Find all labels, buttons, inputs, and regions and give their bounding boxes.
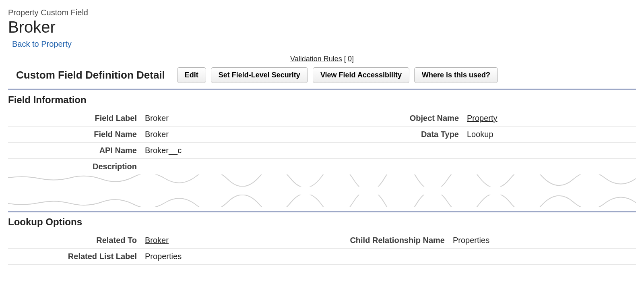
field-information-heading: Field Information	[8, 94, 636, 106]
validation-rules-count[interactable]: 0	[348, 55, 352, 63]
where-is-this-used-button[interactable]: Where is this used?	[414, 67, 498, 83]
field-information-table: Field Label Broker Object Name Property …	[8, 110, 636, 174]
torn-edge-gap	[8, 174, 636, 207]
validation-rules-link[interactable]: Validation Rules	[290, 55, 342, 63]
related-to-value: Broker	[141, 232, 328, 249]
section-divider	[8, 211, 636, 212]
action-button-row: Edit Set Field-Level Security View Field…	[177, 67, 498, 83]
api-name-value: Broker__c	[141, 143, 342, 159]
table-row: API Name Broker__c	[8, 143, 636, 159]
validation-rules-row: Validation Rules [0]	[8, 55, 636, 63]
related-to-link[interactable]: Broker	[145, 236, 169, 245]
object-name-link[interactable]: Property	[467, 114, 497, 122]
data-type-value: Lookup	[463, 127, 636, 143]
lookup-options-table: Related To Broker Child Relationship Nam…	[8, 232, 636, 265]
field-name-label: Field Name	[8, 127, 141, 143]
table-row: Field Label Broker Object Name Property	[8, 110, 636, 127]
description-label: Description	[8, 159, 141, 175]
object-name-value: Property	[463, 110, 636, 127]
detail-header-row: Custom Field Definition Detail Edit Set …	[8, 67, 636, 83]
torn-edge-icon	[8, 195, 636, 207]
field-label-label: Field Label	[8, 110, 141, 127]
back-to-property-link[interactable]: Back to Property	[12, 39, 72, 48]
table-row: Related To Broker Child Relationship Nam…	[8, 232, 636, 249]
data-type-label: Data Type	[342, 127, 463, 143]
related-to-label: Related To	[8, 232, 141, 249]
page-header: Property Custom Field Broker Back to Pro…	[8, 8, 636, 49]
page-type-label: Property Custom Field	[8, 8, 636, 17]
edit-button[interactable]: Edit	[177, 67, 206, 83]
api-name-label: API Name	[8, 143, 141, 159]
related-list-label-label: Related List Label	[8, 249, 141, 265]
table-row: Description	[8, 159, 636, 175]
field-name-value: Broker	[141, 127, 342, 143]
table-row: Related List Label Properties	[8, 249, 636, 265]
child-relationship-value: Properties	[449, 232, 636, 249]
object-name-label: Object Name	[342, 110, 463, 127]
detail-section-title: Custom Field Definition Detail	[16, 69, 165, 81]
field-label-value: Broker	[141, 110, 342, 127]
child-relationship-label: Child Relationship Name	[328, 232, 449, 249]
page-title: Broker	[8, 18, 636, 36]
related-list-label-value: Properties	[141, 249, 328, 265]
set-field-level-security-button[interactable]: Set Field-Level Security	[211, 67, 308, 83]
table-row: Field Name Broker Data Type Lookup	[8, 127, 636, 143]
lookup-options-section: Lookup Options Related To Broker Child R…	[8, 211, 636, 265]
torn-edge-icon	[8, 174, 636, 187]
section-divider	[8, 89, 636, 90]
view-field-accessibility-button[interactable]: View Field Accessibility	[313, 67, 409, 83]
lookup-options-heading: Lookup Options	[8, 216, 636, 228]
